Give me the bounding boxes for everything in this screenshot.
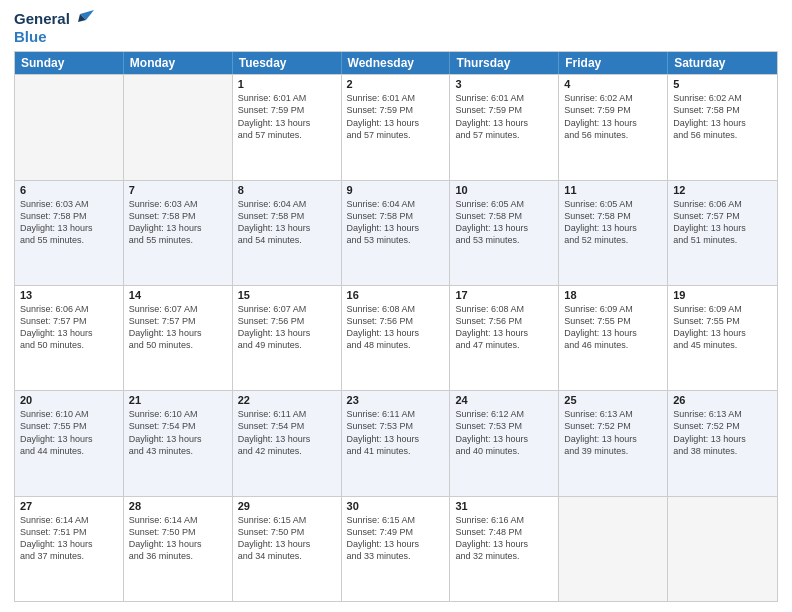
logo-blue: Blue bbox=[14, 28, 47, 45]
calendar-cell: 28Sunrise: 6:14 AM Sunset: 7:50 PM Dayli… bbox=[124, 497, 233, 601]
calendar-cell: 14Sunrise: 6:07 AM Sunset: 7:57 PM Dayli… bbox=[124, 286, 233, 390]
header: General Blue bbox=[14, 10, 778, 45]
header-day-thursday: Thursday bbox=[450, 52, 559, 74]
page: General Blue SundayMondayTuesdayWednesda… bbox=[0, 0, 792, 612]
day-number: 5 bbox=[673, 78, 772, 90]
calendar-cell: 27Sunrise: 6:14 AM Sunset: 7:51 PM Dayli… bbox=[15, 497, 124, 601]
calendar-cell bbox=[668, 497, 777, 601]
day-number: 31 bbox=[455, 500, 553, 512]
day-number: 30 bbox=[347, 500, 445, 512]
day-info: Sunrise: 6:10 AM Sunset: 7:54 PM Dayligh… bbox=[129, 408, 227, 457]
calendar-cell: 3Sunrise: 6:01 AM Sunset: 7:59 PM Daylig… bbox=[450, 75, 559, 179]
calendar-cell: 24Sunrise: 6:12 AM Sunset: 7:53 PM Dayli… bbox=[450, 391, 559, 495]
day-number: 29 bbox=[238, 500, 336, 512]
calendar-row-2: 6Sunrise: 6:03 AM Sunset: 7:58 PM Daylig… bbox=[15, 180, 777, 285]
header-day-wednesday: Wednesday bbox=[342, 52, 451, 74]
day-number: 7 bbox=[129, 184, 227, 196]
day-number: 11 bbox=[564, 184, 662, 196]
logo: General Blue bbox=[14, 10, 94, 45]
day-info: Sunrise: 6:06 AM Sunset: 7:57 PM Dayligh… bbox=[673, 198, 772, 247]
day-number: 8 bbox=[238, 184, 336, 196]
day-number: 26 bbox=[673, 394, 772, 406]
calendar-cell: 5Sunrise: 6:02 AM Sunset: 7:58 PM Daylig… bbox=[668, 75, 777, 179]
day-number: 24 bbox=[455, 394, 553, 406]
calendar-cell: 19Sunrise: 6:09 AM Sunset: 7:55 PM Dayli… bbox=[668, 286, 777, 390]
calendar-cell: 22Sunrise: 6:11 AM Sunset: 7:54 PM Dayli… bbox=[233, 391, 342, 495]
day-number: 27 bbox=[20, 500, 118, 512]
day-info: Sunrise: 6:09 AM Sunset: 7:55 PM Dayligh… bbox=[673, 303, 772, 352]
header-day-saturday: Saturday bbox=[668, 52, 777, 74]
day-info: Sunrise: 6:01 AM Sunset: 7:59 PM Dayligh… bbox=[347, 92, 445, 141]
day-number: 18 bbox=[564, 289, 662, 301]
day-info: Sunrise: 6:11 AM Sunset: 7:54 PM Dayligh… bbox=[238, 408, 336, 457]
calendar-cell: 7Sunrise: 6:03 AM Sunset: 7:58 PM Daylig… bbox=[124, 181, 233, 285]
calendar-cell bbox=[124, 75, 233, 179]
day-number: 12 bbox=[673, 184, 772, 196]
calendar-cell: 12Sunrise: 6:06 AM Sunset: 7:57 PM Dayli… bbox=[668, 181, 777, 285]
calendar-cell: 30Sunrise: 6:15 AM Sunset: 7:49 PM Dayli… bbox=[342, 497, 451, 601]
header-day-sunday: Sunday bbox=[15, 52, 124, 74]
calendar-cell: 26Sunrise: 6:13 AM Sunset: 7:52 PM Dayli… bbox=[668, 391, 777, 495]
calendar-body: 1Sunrise: 6:01 AM Sunset: 7:59 PM Daylig… bbox=[15, 74, 777, 601]
calendar-cell: 10Sunrise: 6:05 AM Sunset: 7:58 PM Dayli… bbox=[450, 181, 559, 285]
day-number: 2 bbox=[347, 78, 445, 90]
day-number: 23 bbox=[347, 394, 445, 406]
logo-general: General bbox=[14, 10, 70, 27]
calendar-cell: 29Sunrise: 6:15 AM Sunset: 7:50 PM Dayli… bbox=[233, 497, 342, 601]
header-day-tuesday: Tuesday bbox=[233, 52, 342, 74]
day-number: 16 bbox=[347, 289, 445, 301]
day-info: Sunrise: 6:15 AM Sunset: 7:49 PM Dayligh… bbox=[347, 514, 445, 563]
day-number: 9 bbox=[347, 184, 445, 196]
day-info: Sunrise: 6:02 AM Sunset: 7:58 PM Dayligh… bbox=[673, 92, 772, 141]
calendar-cell: 1Sunrise: 6:01 AM Sunset: 7:59 PM Daylig… bbox=[233, 75, 342, 179]
day-info: Sunrise: 6:06 AM Sunset: 7:57 PM Dayligh… bbox=[20, 303, 118, 352]
calendar-cell: 25Sunrise: 6:13 AM Sunset: 7:52 PM Dayli… bbox=[559, 391, 668, 495]
calendar: SundayMondayTuesdayWednesdayThursdayFrid… bbox=[14, 51, 778, 602]
day-number: 25 bbox=[564, 394, 662, 406]
day-info: Sunrise: 6:09 AM Sunset: 7:55 PM Dayligh… bbox=[564, 303, 662, 352]
calendar-row-1: 1Sunrise: 6:01 AM Sunset: 7:59 PM Daylig… bbox=[15, 74, 777, 179]
day-number: 20 bbox=[20, 394, 118, 406]
day-info: Sunrise: 6:02 AM Sunset: 7:59 PM Dayligh… bbox=[564, 92, 662, 141]
calendar-cell: 8Sunrise: 6:04 AM Sunset: 7:58 PM Daylig… bbox=[233, 181, 342, 285]
day-info: Sunrise: 6:12 AM Sunset: 7:53 PM Dayligh… bbox=[455, 408, 553, 457]
calendar-cell bbox=[559, 497, 668, 601]
day-info: Sunrise: 6:13 AM Sunset: 7:52 PM Dayligh… bbox=[673, 408, 772, 457]
calendar-cell bbox=[15, 75, 124, 179]
day-info: Sunrise: 6:13 AM Sunset: 7:52 PM Dayligh… bbox=[564, 408, 662, 457]
day-number: 19 bbox=[673, 289, 772, 301]
day-info: Sunrise: 6:04 AM Sunset: 7:58 PM Dayligh… bbox=[238, 198, 336, 247]
day-info: Sunrise: 6:04 AM Sunset: 7:58 PM Dayligh… bbox=[347, 198, 445, 247]
day-info: Sunrise: 6:11 AM Sunset: 7:53 PM Dayligh… bbox=[347, 408, 445, 457]
calendar-cell: 11Sunrise: 6:05 AM Sunset: 7:58 PM Dayli… bbox=[559, 181, 668, 285]
calendar-cell: 13Sunrise: 6:06 AM Sunset: 7:57 PM Dayli… bbox=[15, 286, 124, 390]
day-info: Sunrise: 6:01 AM Sunset: 7:59 PM Dayligh… bbox=[238, 92, 336, 141]
calendar-row-4: 20Sunrise: 6:10 AM Sunset: 7:55 PM Dayli… bbox=[15, 390, 777, 495]
day-number: 28 bbox=[129, 500, 227, 512]
day-info: Sunrise: 6:03 AM Sunset: 7:58 PM Dayligh… bbox=[20, 198, 118, 247]
calendar-cell: 31Sunrise: 6:16 AM Sunset: 7:48 PM Dayli… bbox=[450, 497, 559, 601]
day-info: Sunrise: 6:05 AM Sunset: 7:58 PM Dayligh… bbox=[564, 198, 662, 247]
logo-bird-icon bbox=[72, 10, 94, 28]
calendar-cell: 17Sunrise: 6:08 AM Sunset: 7:56 PM Dayli… bbox=[450, 286, 559, 390]
calendar-cell: 6Sunrise: 6:03 AM Sunset: 7:58 PM Daylig… bbox=[15, 181, 124, 285]
day-number: 6 bbox=[20, 184, 118, 196]
calendar-header: SundayMondayTuesdayWednesdayThursdayFrid… bbox=[15, 52, 777, 74]
calendar-cell: 23Sunrise: 6:11 AM Sunset: 7:53 PM Dayli… bbox=[342, 391, 451, 495]
day-number: 15 bbox=[238, 289, 336, 301]
calendar-cell: 2Sunrise: 6:01 AM Sunset: 7:59 PM Daylig… bbox=[342, 75, 451, 179]
day-number: 3 bbox=[455, 78, 553, 90]
day-info: Sunrise: 6:07 AM Sunset: 7:56 PM Dayligh… bbox=[238, 303, 336, 352]
calendar-cell: 4Sunrise: 6:02 AM Sunset: 7:59 PM Daylig… bbox=[559, 75, 668, 179]
calendar-cell: 18Sunrise: 6:09 AM Sunset: 7:55 PM Dayli… bbox=[559, 286, 668, 390]
day-info: Sunrise: 6:05 AM Sunset: 7:58 PM Dayligh… bbox=[455, 198, 553, 247]
calendar-cell: 9Sunrise: 6:04 AM Sunset: 7:58 PM Daylig… bbox=[342, 181, 451, 285]
calendar-row-5: 27Sunrise: 6:14 AM Sunset: 7:51 PM Dayli… bbox=[15, 496, 777, 601]
calendar-cell: 15Sunrise: 6:07 AM Sunset: 7:56 PM Dayli… bbox=[233, 286, 342, 390]
day-number: 14 bbox=[129, 289, 227, 301]
day-number: 1 bbox=[238, 78, 336, 90]
day-info: Sunrise: 6:14 AM Sunset: 7:50 PM Dayligh… bbox=[129, 514, 227, 563]
calendar-cell: 21Sunrise: 6:10 AM Sunset: 7:54 PM Dayli… bbox=[124, 391, 233, 495]
header-day-friday: Friday bbox=[559, 52, 668, 74]
day-info: Sunrise: 6:03 AM Sunset: 7:58 PM Dayligh… bbox=[129, 198, 227, 247]
